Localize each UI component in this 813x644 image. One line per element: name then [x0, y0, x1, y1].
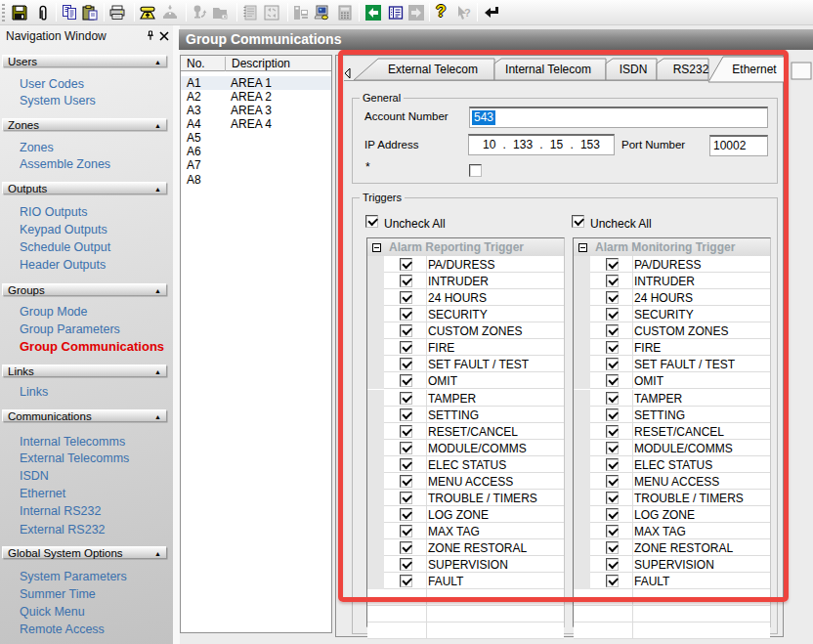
svg-text:?: ?: [464, 7, 471, 19]
